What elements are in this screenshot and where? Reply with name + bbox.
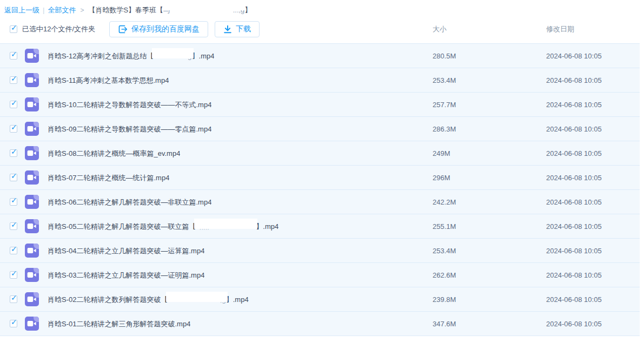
row-checkbox[interactable]: ✓ <box>10 101 17 108</box>
file-size: 257.7M <box>433 93 456 117</box>
file-name-text: 肖晗S-06二轮精讲之解几解答题突破—非联立篇.mp4 <box>48 198 211 206</box>
file-row[interactable]: ✓肖晗S-01二轮精讲之解三角形解答题突破.mp4347.6M2024-06-0… <box>0 312 640 336</box>
file-name-text-end: 】.mp4 <box>192 52 215 60</box>
file-name-link[interactable]: 肖晗S-10二轮精讲之导数解答题突破——不等式.mp4 <box>48 93 211 117</box>
check-icon: ✓ <box>11 24 17 31</box>
file-size: 242.2M <box>433 190 456 214</box>
file-name-text: 肖晗S-05二轮精讲之解几解答题突破—联立篇【 <box>48 222 196 231</box>
file-name-text: 肖晗S-04二轮精讲之立几解答题突破—运算篇.mp4 <box>48 247 204 255</box>
column-header-date: 修改日期 <box>546 24 574 34</box>
file-row[interactable]: ✓肖晗S-03二轮精讲之立几解答题突破—证明篇.mp4262.6M2024-06… <box>0 263 640 287</box>
check-icon: ✓ <box>11 148 17 155</box>
file-size: 296M <box>433 166 450 190</box>
row-checkbox[interactable]: ✓ <box>10 222 17 230</box>
selection-count-label: 已选中12个文件/文件夹 <box>22 24 95 34</box>
file-row[interactable]: ✓肖晗S-10二轮精讲之导数解答题突破——不等式.mp4257.7M2024-0… <box>0 93 640 117</box>
row-checkbox[interactable]: ✓ <box>10 76 17 84</box>
file-name-text-end: 】.mp4 <box>226 295 249 304</box>
file-name-text: 肖晗S-02二轮精讲之数列解答题突破【 <box>48 295 168 304</box>
row-checkbox[interactable]: ✓ <box>10 198 17 206</box>
breadcrumb-current-folder: 【肖晗数学S】春季班【与 ...,g】 <box>88 6 251 14</box>
file-row[interactable]: ✓肖晗S-02二轮精讲之数列解答题突破【~ ·········· ·‥ ...,… <box>0 287 640 312</box>
file-name-text: 肖晗S-11高考冲刺之基本数学思想.mp4 <box>48 76 169 84</box>
file-row[interactable]: ✓肖晗S-11高考冲刺之基本数学思想.mp4253.4M2024-06-08 1… <box>0 68 640 93</box>
check-icon: ✓ <box>11 172 17 180</box>
file-name-text: 肖晗S-08二轮精讲之概统—概率篇_ev.mp4 <box>48 149 180 157</box>
row-checkbox[interactable]: ✓ <box>10 125 17 133</box>
file-row[interactable]: ✓肖晗S-12高考冲刺之创新题总结【 -ba.org】.mp4280.5M202… <box>0 44 640 68</box>
select-all-checkbox[interactable]: ✓ <box>10 25 17 33</box>
breadcrumb-back-link[interactable]: 返回上一级 <box>4 6 39 14</box>
check-icon: ✓ <box>11 221 17 228</box>
row-checkbox[interactable]: ✓ <box>10 271 17 279</box>
video-file-icon <box>25 292 39 306</box>
video-file-icon <box>25 146 39 160</box>
file-name-link[interactable]: 肖晗S-08二轮精讲之概统—概率篇_ev.mp4 <box>48 141 180 166</box>
file-name-redacted-text: ~ ·········· ·‥ ...,g <box>168 287 225 312</box>
file-row[interactable]: ✓肖晗S-05二轮精讲之解几解答题突破—联立篇【' ,,,,, 】.mp4255… <box>0 214 640 239</box>
file-row[interactable]: ✓肖晗S-08二轮精讲之概统—概率篇_ev.mp4249M2024-06-08 … <box>0 141 640 166</box>
row-checkbox[interactable]: ✓ <box>10 174 17 181</box>
file-name-link[interactable]: 肖晗S-03二轮精讲之立几解答题突破—证明篇.mp4 <box>48 263 204 287</box>
file-size: 286.3M <box>433 117 456 141</box>
video-file-icon <box>25 49 39 63</box>
file-row[interactable]: ✓肖晗S-07二轮精讲之概统—统计篇.mp4296M2024-06-08 10:… <box>0 166 640 190</box>
row-checkbox[interactable]: ✓ <box>10 52 17 60</box>
file-name-link[interactable]: 肖晗S-07二轮精讲之概统—统计篇.mp4 <box>48 166 169 190</box>
breadcrumb-current-text: 【肖晗数学S】春季班【 <box>88 6 163 14</box>
row-checkbox[interactable]: ✓ <box>10 149 17 157</box>
video-file-icon <box>25 317 39 331</box>
file-name-link[interactable]: 肖晗S-11高考冲刺之基本数学思想.mp4 <box>48 68 169 93</box>
video-file-icon <box>25 170 39 185</box>
download-label: 下载 <box>236 24 251 34</box>
file-name-text: 肖晗S-03二轮精讲之立几解答题突破—证明篇.mp4 <box>48 271 204 279</box>
row-checkbox[interactable]: ✓ <box>10 247 17 254</box>
download-button[interactable]: 下载 <box>215 21 260 37</box>
check-icon: ✓ <box>11 50 17 58</box>
file-name-text-end: 】.mp4 <box>256 222 278 231</box>
file-size: 253.4M <box>433 68 456 93</box>
file-row[interactable]: ✓肖晗S-06二轮精讲之解几解答题突破—非联立篇.mp4242.2M2024-0… <box>0 190 640 214</box>
breadcrumb-redacted-text: 与 ...,g <box>163 5 244 15</box>
file-name-text: 肖晗S-01二轮精讲之解三角形解答题突破.mp4 <box>48 320 190 328</box>
check-icon: ✓ <box>11 123 17 131</box>
file-name-link[interactable]: 肖晗S-12高考冲刺之创新题总结【 -ba.org】.mp4 <box>48 44 214 68</box>
video-file-icon <box>25 268 39 282</box>
netdisk-share-page: 返回上一级|全部文件>【肖晗数学S】春季班【与 ...,g】 ✓ 已选中12个文… <box>0 0 644 336</box>
file-modified-date: 2024-06-08 10:05 <box>546 239 602 263</box>
file-size: 249M <box>433 141 450 166</box>
file-name-link[interactable]: 肖晗S-01二轮精讲之解三角形解答题突破.mp4 <box>48 312 190 336</box>
video-file-icon <box>25 195 39 209</box>
row-checkbox[interactable]: ✓ <box>10 320 17 327</box>
file-name-link[interactable]: 肖晗S-04二轮精讲之立几解答题突破—运算篇.mp4 <box>48 239 204 263</box>
check-icon: ✓ <box>11 75 17 82</box>
file-row[interactable]: ✓肖晗S-04二轮精讲之立几解答题突破—运算篇.mp4253.4M2024-06… <box>0 239 640 263</box>
file-modified-date: 2024-06-08 10:05 <box>546 141 602 166</box>
check-icon: ✓ <box>11 269 17 277</box>
file-row[interactable]: ✓肖晗S-09二轮精讲之导数解答题突破——零点篇.mp4286.3M2024-0… <box>0 117 640 141</box>
row-checkbox[interactable]: ✓ <box>10 295 17 303</box>
file-size: 280.5M <box>433 44 456 68</box>
file-size: 253.4M <box>433 239 456 263</box>
video-file-icon <box>25 244 39 258</box>
file-modified-date: 2024-06-08 10:05 <box>546 214 602 239</box>
file-name-link[interactable]: 肖晗S-06二轮精讲之解几解答题突破—非联立篇.mp4 <box>48 190 211 214</box>
breadcrumb-all-files-link[interactable]: 全部文件 <box>48 6 76 14</box>
file-name-text: 肖晗S-12高考冲刺之创新题总结【 <box>48 52 154 60</box>
file-name-link[interactable]: 肖晗S-05二轮精讲之解几解答题突破—联立篇【' ,,,,, 】.mp4 <box>48 214 278 239</box>
file-modified-date: 2024-06-08 10:05 <box>546 44 602 68</box>
check-icon: ✓ <box>11 99 17 107</box>
video-file-icon <box>25 122 39 136</box>
file-modified-date: 2024-06-08 10:05 <box>546 93 602 117</box>
save-to-netdisk-label: 保存到我的百度网盘 <box>131 24 200 34</box>
video-file-icon <box>25 219 39 233</box>
file-name-text: 肖晗S-10二轮精讲之导数解答题突破——不等式.mp4 <box>48 101 211 109</box>
breadcrumb-separator-bar: | <box>43 6 44 14</box>
file-name-link[interactable]: 肖晗S-09二轮精讲之导数解答题突破——零点篇.mp4 <box>48 117 211 141</box>
download-icon <box>223 25 232 34</box>
column-header-size: 大小 <box>433 24 447 34</box>
file-name-link[interactable]: 肖晗S-02二轮精讲之数列解答题突破【~ ·········· ·‥ ...,g… <box>48 287 249 312</box>
save-to-netdisk-button[interactable]: 保存到我的百度网盘 <box>109 21 208 37</box>
file-name-text: 肖晗S-09二轮精讲之导数解答题突破——零点篇.mp4 <box>48 125 211 133</box>
check-icon: ✓ <box>11 245 17 253</box>
